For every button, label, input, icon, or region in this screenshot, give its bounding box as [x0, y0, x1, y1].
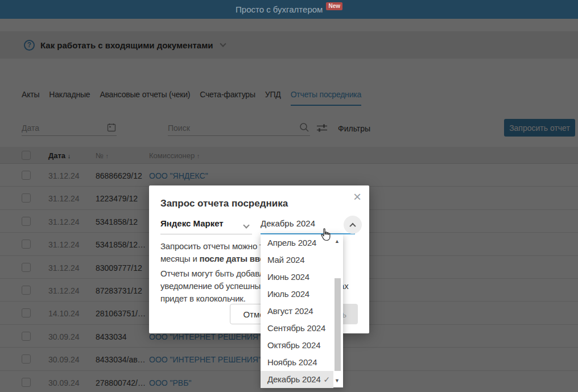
collapse-dropdown-button[interactable] — [344, 216, 362, 234]
month-option[interactable]: Ноябрь 2024 — [261, 354, 333, 371]
month-select-value: Декабрь 2024 — [261, 218, 315, 228]
close-icon[interactable]: × — [353, 190, 361, 204]
month-option[interactable]: Июнь 2024 — [261, 269, 333, 286]
month-option[interactable]: Сентябрь 2024 — [261, 320, 333, 337]
marketplace-select-value: Яндекс Маркет — [160, 218, 224, 228]
topbar: Просто с бухгалтером New — [0, 0, 578, 19]
chevron-down-icon — [243, 222, 249, 228]
scrollbar-thumb[interactable] — [335, 278, 341, 371]
month-option[interactable]: Октябрь 2024 — [261, 337, 333, 354]
mouse-cursor — [319, 226, 333, 244]
app-title: Просто с бухгалтером — [236, 5, 323, 14]
month-select[interactable]: Декабрь 2024 — [261, 218, 355, 234]
month-option-selected[interactable]: Декабрь 2024 ✓ — [261, 371, 333, 388]
new-badge: New — [326, 2, 342, 10]
scroll-up-icon[interactable]: ▲ — [335, 238, 340, 244]
month-option[interactable]: Июль 2024 — [261, 286, 333, 303]
scroll-down-icon[interactable]: ▼ — [335, 378, 340, 383]
modal-title: Запрос отчета посредника — [160, 198, 288, 209]
month-option[interactable]: Май 2024 — [261, 251, 333, 269]
check-icon: ✓ — [323, 371, 330, 388]
month-option[interactable]: Август 2024 — [261, 303, 333, 320]
dropdown-scrollbar[interactable]: ▲ ▼ — [333, 236, 342, 386]
app-window: Просто с бухгалтером New ? Как работать … — [0, 0, 578, 392]
marketplace-select[interactable]: Яндекс Маркет — [160, 218, 252, 234]
month-dropdown-list: Апрель 2024 Май 2024 Июнь 2024 Июль 2024… — [261, 234, 343, 387]
chevron-up-icon — [349, 222, 356, 229]
